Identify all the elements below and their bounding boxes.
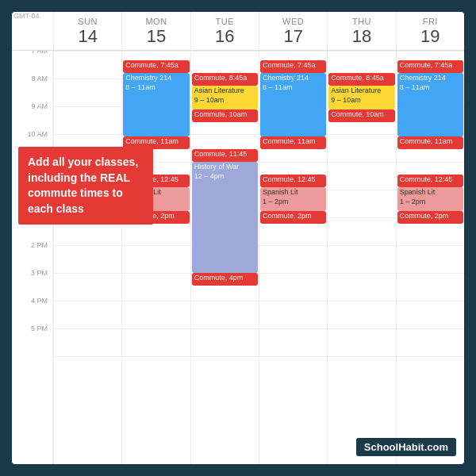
- timezone-label: GMT-04: [13, 12, 40, 20]
- event-fri[interactable]: Commute, 11am: [397, 136, 463, 149]
- time-gutter: GMT-04: [12, 12, 53, 50]
- time-label: 8 AM: [31, 75, 48, 83]
- time-label: 2 PM: [31, 241, 48, 249]
- event-wed[interactable]: Commute, 12:45: [260, 175, 326, 187]
- event-wed[interactable]: Commute, 11am: [260, 136, 326, 149]
- day-col-wed: Commute, 7:45aChemistry 214 8 – 11amComm…: [259, 51, 327, 464]
- promo-box: Add all your classes, including the REAL…: [18, 147, 153, 225]
- event-fri[interactable]: Spanish Lit 1 – 2pm: [397, 187, 463, 211]
- day-col-tue: Commute, 8:45aAsian Literature 9 – 10amC…: [190, 51, 259, 464]
- event-wed[interactable]: Chemistry 214 8 – 11am: [260, 73, 326, 136]
- time-label: 5 PM: [31, 324, 48, 332]
- day-header-wed: WED17: [259, 12, 327, 50]
- event-fri[interactable]: Commute, 2pm: [397, 211, 463, 224]
- day-header-sun: SUN14: [53, 12, 121, 50]
- time-label: 10 AM: [27, 130, 48, 138]
- days-grid: Commute, 7:45aChemistry 214 8 – 11amComm…: [53, 51, 464, 464]
- time-label: 9 AM: [31, 102, 48, 110]
- day-col-fri: Commute, 7:45aChemistry 214 8 – 11amComm…: [396, 51, 464, 464]
- calendar-container: GMT-04 SUN14MON15TUE16WED17THU18FRI19 7 …: [12, 12, 464, 464]
- watermark: SchoolHabit.com: [356, 438, 456, 456]
- event-tue[interactable]: Asian Literature 9 – 10am: [192, 86, 258, 109]
- header-row: GMT-04 SUN14MON15TUE16WED17THU18FRI19: [12, 12, 464, 51]
- event-fri[interactable]: Chemistry 214 8 – 11am: [397, 73, 463, 136]
- event-tue[interactable]: Commute, 10am: [192, 109, 258, 122]
- day-header-fri: FRI19: [396, 12, 464, 50]
- event-fri[interactable]: Commute, 7:45a: [397, 60, 463, 73]
- time-label: 7 AM: [31, 51, 48, 55]
- day-col-mon: Commute, 7:45aChemistry 214 8 – 11amComm…: [121, 51, 190, 464]
- day-col-thu: Commute, 8:45aAsian Literature 9 – 10amC…: [327, 51, 395, 464]
- event-mon[interactable]: Commute, 7:45a: [123, 60, 189, 73]
- event-tue[interactable]: Commute, 4pm: [192, 273, 258, 286]
- time-label: 4 PM: [31, 297, 48, 305]
- event-tue[interactable]: History of War 12 – 4pm: [192, 162, 258, 273]
- event-thu[interactable]: Commute, 8:45a: [328, 73, 394, 86]
- time-label: 3 PM: [31, 269, 48, 277]
- event-thu[interactable]: Commute, 10am: [328, 109, 394, 122]
- day-header-tue: TUE16: [190, 12, 259, 50]
- day-header-thu: THU18: [327, 12, 395, 50]
- event-mon[interactable]: Chemistry 214 8 – 11am: [123, 73, 189, 136]
- event-wed[interactable]: Commute, 7:45a: [260, 60, 326, 73]
- event-tue[interactable]: Commute, 8:45a: [192, 73, 258, 86]
- event-thu[interactable]: Asian Literature 9 – 10am: [328, 86, 394, 109]
- event-fri[interactable]: Commute, 12:45: [397, 175, 463, 187]
- day-header-mon: MON15: [121, 12, 190, 50]
- event-tue[interactable]: Commute, 11:45: [192, 149, 258, 162]
- calendar-body: 7 AM8 AM9 AM10 AM11 AM12 PM1 PM2 PM3 PM4…: [12, 51, 464, 464]
- day-col-sun: [53, 51, 121, 464]
- event-wed[interactable]: Commute, 2pm: [260, 211, 326, 224]
- time-column: 7 AM8 AM9 AM10 AM11 AM12 PM1 PM2 PM3 PM4…: [12, 51, 53, 464]
- event-wed[interactable]: Spanish Lit 1 – 2pm: [260, 187, 326, 211]
